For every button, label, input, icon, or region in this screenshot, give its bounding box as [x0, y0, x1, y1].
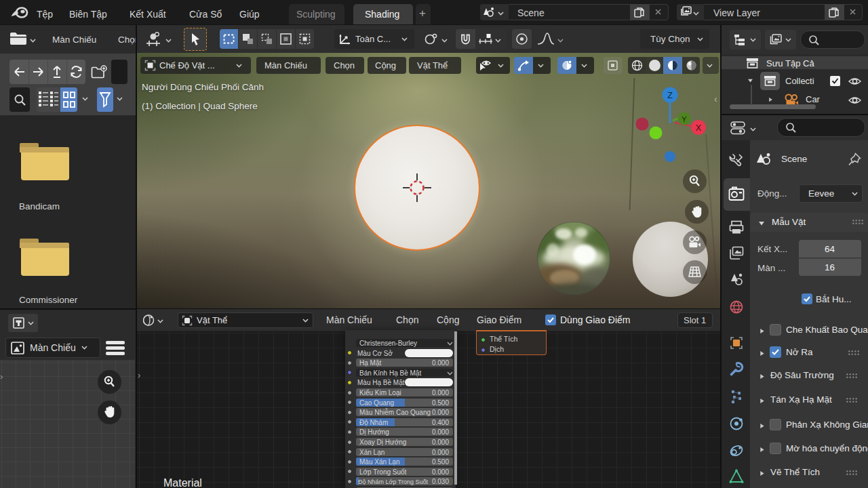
- svg-text:X: X: [696, 123, 702, 133]
- svg-text:Z: Z: [667, 91, 673, 100]
- svg-text:Y: Y: [682, 115, 687, 123]
